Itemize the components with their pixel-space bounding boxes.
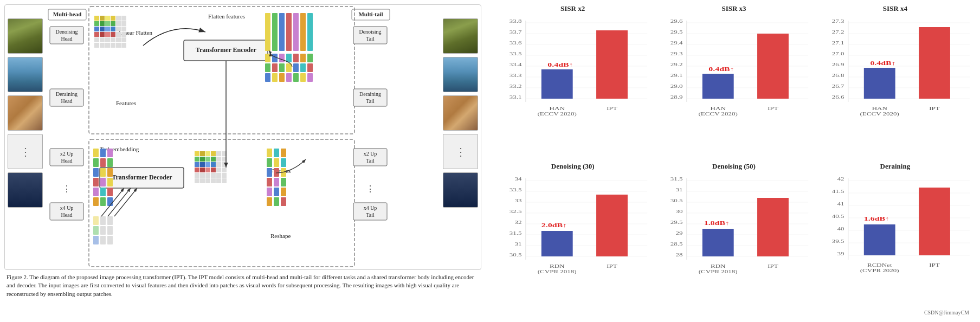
- svg-rect-95: [279, 73, 285, 82]
- diagram-area: Multi-head Multi-tail Linear Flatten Fla…: [4, 4, 481, 270]
- svg-text:31.5: 31.5: [510, 230, 522, 236]
- svg-rect-77: [111, 43, 115, 48]
- svg-text:1.6dB↑: 1.6dB↑: [863, 215, 889, 222]
- svg-text:33.1: 33.1: [510, 94, 522, 100]
- svg-rect-253: [919, 27, 950, 99]
- svg-text:33.5: 33.5: [510, 187, 522, 192]
- svg-rect-169: [274, 158, 279, 167]
- svg-rect-186: [107, 216, 113, 225]
- svg-rect-178: [281, 188, 286, 196]
- svg-rect-55: [111, 27, 115, 31]
- svg-rect-122: [205, 162, 210, 167]
- svg-rect-14: [89, 7, 354, 134]
- svg-rect-84: [293, 13, 299, 51]
- chart-deraining-svg: 42 41.5 41 40.5 40 39.5 39 1.6dB↑ RCDNet…: [817, 173, 973, 281]
- svg-text:39: 39: [837, 251, 844, 256]
- svg-text:31: 31: [676, 187, 683, 192]
- chart-sisr-x4: SISR x4 27.3 27.2 27.1 27.0 26.9 26.8 26…: [817, 4, 973, 160]
- svg-rect-82: [279, 13, 285, 51]
- svg-text:(CVPR 2018): (CVPR 2018): [538, 269, 577, 274]
- svg-rect-165: [267, 178, 272, 186]
- svg-rect-252: [863, 68, 895, 99]
- svg-text:31.5: 31.5: [670, 176, 683, 182]
- svg-rect-147: [93, 178, 99, 186]
- svg-text:(ECCV 2020): (ECCV 2020): [699, 111, 738, 117]
- svg-rect-108: [195, 151, 199, 156]
- svg-text:0.4dB↑: 0.4dB↑: [547, 61, 573, 68]
- svg-text:33.4: 33.4: [510, 62, 522, 67]
- svg-rect-156: [107, 149, 113, 157]
- svg-text:HAN: HAN: [711, 106, 726, 111]
- svg-rect-85: [300, 13, 306, 51]
- svg-rect-48: [94, 21, 99, 26]
- svg-rect-129: [211, 168, 216, 172]
- svg-text:⋮: ⋮: [366, 184, 375, 194]
- svg-rect-53: [100, 27, 105, 31]
- svg-rect-230: [757, 34, 789, 99]
- diagram-svg: Multi-head Multi-tail Linear Flatten Fla…: [5, 5, 482, 271]
- svg-rect-299: [757, 198, 789, 256]
- chart-sisr-x3-title: SISR x3: [721, 4, 746, 13]
- svg-text:30.5: 30.5: [510, 252, 522, 257]
- svg-rect-49: [100, 21, 105, 26]
- svg-text:26.6: 26.6: [832, 94, 844, 100]
- chart-denoising-30-svg: 34 33.5 33 32.5 32 31.5 31 30.5 2.0dB↑ R…: [494, 173, 651, 281]
- svg-text:30: 30: [676, 209, 683, 214]
- svg-rect-115: [200, 157, 205, 162]
- svg-rect-181: [93, 226, 99, 235]
- svg-text:(CVPR 2020): (CVPR 2020): [860, 268, 899, 273]
- svg-rect-172: [274, 188, 279, 196]
- svg-rect-188: [107, 236, 113, 244]
- svg-rect-70: [105, 37, 110, 42]
- svg-text:x2 Up: x2 Up: [364, 151, 377, 157]
- svg-rect-150: [100, 149, 106, 157]
- svg-text:29.1: 29.1: [670, 73, 683, 78]
- svg-rect-171: [274, 178, 279, 186]
- svg-rect-58: [105, 32, 110, 37]
- svg-rect-184: [100, 226, 106, 235]
- svg-text:Tail: Tail: [366, 36, 375, 42]
- svg-rect-93: [279, 54, 285, 62]
- img-face: [8, 95, 43, 131]
- svg-rect-109: [200, 151, 205, 156]
- svg-rect-67: [121, 32, 126, 37]
- svg-rect-163: [267, 158, 272, 167]
- svg-rect-275: [541, 231, 573, 256]
- svg-text:Multi-tail: Multi-tail: [358, 11, 383, 17]
- svg-rect-124: [216, 162, 221, 167]
- svg-text:28: 28: [676, 252, 683, 257]
- svg-text:33.3: 33.3: [510, 73, 522, 78]
- svg-rect-80: [265, 13, 270, 51]
- svg-text:x4 Up: x4 Up: [364, 205, 377, 211]
- svg-rect-91: [272, 63, 278, 72]
- svg-text:29.0: 29.0: [670, 83, 683, 89]
- svg-rect-121: [200, 162, 205, 167]
- svg-rect-164: [267, 168, 272, 177]
- svg-text:34: 34: [515, 176, 522, 182]
- svg-text:29.2: 29.2: [670, 62, 683, 67]
- svg-rect-94: [279, 63, 285, 72]
- svg-text:27.1: 27.1: [832, 40, 844, 46]
- svg-text:33.2: 33.2: [510, 83, 522, 89]
- svg-text:0.4dB↑: 0.4dB↑: [870, 60, 895, 66]
- svg-rect-83: [286, 13, 292, 51]
- svg-text:39.5: 39.5: [832, 239, 844, 244]
- svg-text:41.5: 41.5: [832, 189, 844, 194]
- svg-rect-89: [265, 73, 270, 82]
- chart-sisr-x4-title: SISR x4: [883, 4, 907, 13]
- svg-rect-81: [272, 13, 278, 51]
- svg-rect-103: [300, 63, 306, 72]
- chart-denoising-50: Denoising (50) 31.5 31 30.5 30 29.5 29 2…: [655, 162, 812, 318]
- svg-rect-160: [107, 188, 113, 196]
- svg-text:29.4: 29.4: [670, 40, 683, 46]
- svg-text:HAN: HAN: [872, 106, 887, 111]
- img-out-grass: [443, 18, 478, 54]
- svg-rect-120: [195, 162, 199, 167]
- chart-sisr-x2: SISR x2 33.8 33.7 33.6 33.5 33.4 33.3 33…: [494, 4, 651, 160]
- svg-rect-161: [107, 197, 113, 206]
- svg-text:41: 41: [837, 201, 844, 207]
- svg-rect-97: [286, 63, 292, 72]
- svg-rect-177: [281, 178, 286, 186]
- svg-text:33.7: 33.7: [510, 29, 522, 35]
- svg-text:Tail: Tail: [366, 212, 375, 218]
